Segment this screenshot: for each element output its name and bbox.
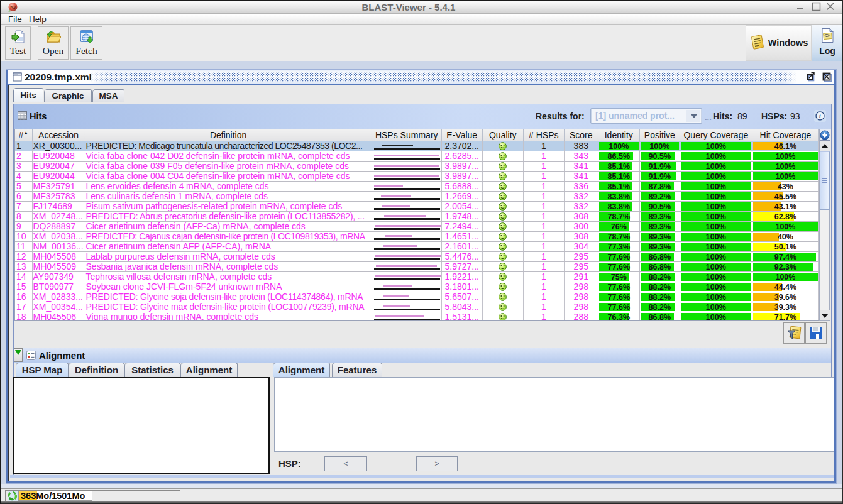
svg-text:i: i (819, 113, 821, 119)
